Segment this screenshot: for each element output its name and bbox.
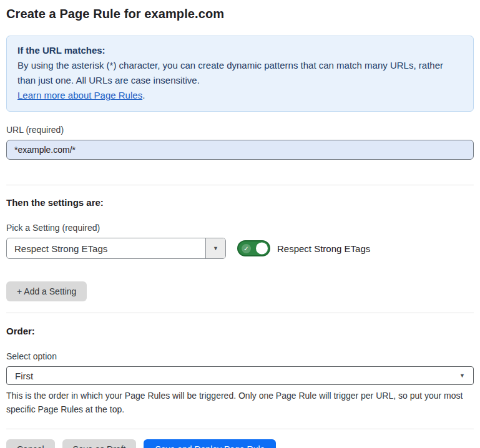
info-box-body: By using the asterisk (*) character, you… <box>17 58 463 88</box>
pick-setting-label: Pick a Setting (required) <box>6 223 474 233</box>
section-divider-top <box>6 185 474 185</box>
footer-actions: Cancel Save as Draft Save and Deploy Pag… <box>6 439 474 448</box>
order-select[interactable]: First ▼ <box>6 366 474 385</box>
order-help-text: This is the order in which your Page Rul… <box>6 389 474 416</box>
section-divider-mid <box>6 313 474 313</box>
setting-select-value: Respect Strong ETags <box>7 238 205 258</box>
link-period: . <box>142 90 145 100</box>
create-page-rule-form: Create a Page Rule for example.com If th… <box>0 0 480 448</box>
etags-toggle-group: ✓ Respect Strong ETags <box>237 240 370 256</box>
cancel-button[interactable]: Cancel <box>6 439 55 448</box>
order-select-value: First <box>15 371 33 381</box>
settings-heading: Then the settings are: <box>6 197 474 208</box>
save-deploy-button[interactable]: Save and Deploy Page Rule <box>144 439 276 448</box>
chevron-down-icon: ▼ <box>459 373 465 379</box>
order-heading: Order: <box>6 326 474 336</box>
info-box-heading: If the URL matches: <box>17 43 463 58</box>
url-label: URL (required) <box>6 125 474 135</box>
page-title: Create a Page Rule for example.com <box>6 7 474 21</box>
url-field-group: URL (required) <box>6 125 474 160</box>
footer-divider <box>6 429 474 429</box>
order-select-label: Select option <box>6 351 474 361</box>
check-icon: ✓ <box>242 244 251 253</box>
setting-row: Respect Strong ETags ▼ ✓ Respect Strong … <box>6 238 474 259</box>
url-match-info-box: If the URL matches: By using the asteris… <box>6 36 474 112</box>
add-setting-button[interactable]: + Add a Setting <box>6 281 87 301</box>
chevron-down-icon: ▼ <box>213 246 218 251</box>
learn-more-link[interactable]: Learn more about Page Rules <box>17 90 142 100</box>
setting-select-arrow-button[interactable]: ▼ <box>205 238 225 258</box>
etags-toggle[interactable]: ✓ <box>237 240 270 256</box>
save-draft-button[interactable]: Save as Draft <box>62 439 137 448</box>
etags-toggle-label: Respect Strong ETags <box>277 243 370 254</box>
info-box-link-line: Learn more about Page Rules. <box>17 88 463 103</box>
setting-select[interactable]: Respect Strong ETags ▼ <box>6 238 226 259</box>
url-input[interactable] <box>6 140 474 160</box>
toggle-knob <box>256 243 268 255</box>
